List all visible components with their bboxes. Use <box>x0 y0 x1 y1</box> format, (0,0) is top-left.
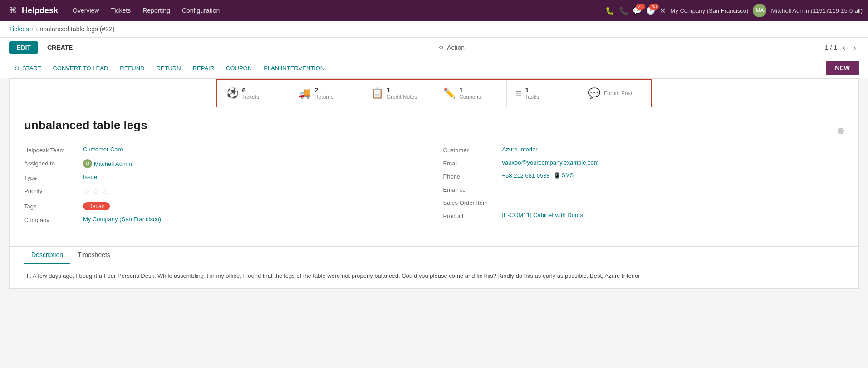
forum-post-info: Forum Post <box>604 90 632 97</box>
status-indicator[interactable] <box>838 128 844 134</box>
prev-page-button[interactable]: ‹ <box>840 42 848 53</box>
type-value[interactable]: Issue <box>83 174 97 180</box>
form-card: ⚽ 6 Tickets 🚚 2 Returns 📋 <box>9 78 859 289</box>
plan-intervention-button[interactable]: PLAN INTERVENTION <box>258 63 330 74</box>
assigned-avatar: M <box>83 159 92 168</box>
coupon-button[interactable]: COUPON <box>221 63 257 74</box>
company-label[interactable]: My Company (San Francisco) <box>670 7 748 14</box>
convert-to-lead-button[interactable]: CONVERT TO LEAD <box>47 63 113 74</box>
star-1[interactable]: ☆ <box>83 187 90 197</box>
top-nav: ⌘ Helpdesk Overview Tickets Reporting Co… <box>0 0 868 21</box>
top-nav-menu: Overview Tickets Reporting Configuration <box>67 4 603 17</box>
tags-label: Tags <box>24 202 83 210</box>
top-nav-right: 🐛 📞 💬 27 🕐 43 ✕ My Company (San Francisc… <box>605 4 863 17</box>
product-value[interactable]: [E-COM11] Cabinet with Doors <box>502 212 583 218</box>
returns-icon: 🚚 <box>299 87 311 99</box>
description-content: Hi, A few days ago, I bought a Four Pers… <box>10 264 858 288</box>
customer-value[interactable]: Azure Interior <box>502 146 538 153</box>
gear-icon: ⚙ <box>438 44 444 51</box>
stat-forum-post[interactable]: 💬 Forum Post <box>579 80 651 107</box>
company-row: Company My Company (San Francisco) <box>24 213 425 226</box>
pagination: 1 / 1 ‹ › <box>825 42 859 53</box>
edit-button[interactable]: EDIT <box>9 41 38 54</box>
title-row: unbalanced table legs <box>24 118 844 143</box>
star-3[interactable]: ☆ <box>101 187 108 197</box>
priority-label: Priority <box>24 187 83 194</box>
form-tabs: Description Timesheets <box>10 246 858 264</box>
sales-order-row: Sales Order Item <box>443 196 844 209</box>
clock-badge: 43 <box>649 4 659 10</box>
product-row: Product [E-COM11] Cabinet with Doors <box>443 209 844 222</box>
fields-right: Customer Azure Interior Email vauxoo@you… <box>443 143 844 226</box>
stat-coupons[interactable]: ✏️ 1 Coupons <box>434 80 507 107</box>
coupons-icon: ✏️ <box>443 87 456 99</box>
clock-icon[interactable]: 🕐 43 <box>646 6 655 15</box>
tickets-icon: ⚽ <box>226 87 239 99</box>
action-bar: ⊙ START CONVERT TO LEAD REFUND RETURN RE… <box>0 58 868 78</box>
assigned-to-value: M Mitchell Admin <box>83 159 132 168</box>
helpdesk-team-value[interactable]: Customer Care <box>83 146 123 153</box>
breadcrumb-separator: / <box>32 25 34 33</box>
action-label: Action <box>447 44 465 51</box>
tasks-icon: ≡ <box>516 87 522 99</box>
new-button[interactable]: NEW <box>826 61 859 75</box>
breadcrumb: Tickets / unbalanced table legs (#22) <box>0 21 868 38</box>
tab-description[interactable]: Description <box>24 247 70 264</box>
close-icon[interactable]: ✕ <box>660 6 666 15</box>
pagination-count: 1 / 1 <box>825 44 837 51</box>
main-content: ⚽ 6 Tickets 🚚 2 Returns 📋 <box>0 78 868 298</box>
stat-credit-notes[interactable]: 📋 1 Credit Notes <box>362 80 435 107</box>
assigned-to-row: Assigned to M Mitchell Admin <box>24 156 425 171</box>
return-button[interactable]: RETURN <box>151 63 186 74</box>
app-brand[interactable]: Helpdesk <box>22 6 58 15</box>
tag-repair[interactable]: Repair <box>83 202 110 210</box>
grid-icon[interactable]: ⌘ <box>5 3 20 18</box>
record-title: unbalanced table legs <box>24 118 147 132</box>
nav-reporting[interactable]: Reporting <box>137 4 176 17</box>
user-avatar[interactable]: MA <box>753 4 766 17</box>
tasks-info: 1 Tasks <box>525 86 539 100</box>
company-value[interactable]: My Company (San Francisco) <box>83 216 161 223</box>
priority-stars[interactable]: ☆ ☆ ☆ <box>83 187 108 197</box>
next-page-button[interactable]: › <box>851 42 859 53</box>
nav-configuration[interactable]: Configuration <box>177 4 225 17</box>
refund-button[interactable]: REFUND <box>114 63 150 74</box>
toolbar: EDIT CREATE ⚙ Action 1 / 1 ‹ › <box>0 38 868 58</box>
stat-tasks[interactable]: ≡ 1 Tasks <box>507 80 579 107</box>
coupons-info: 1 Coupons <box>459 86 481 100</box>
forum-post-icon: 💬 <box>588 87 600 99</box>
create-button[interactable]: CREATE <box>42 41 78 54</box>
assigned-name[interactable]: Mitchell Admin <box>94 160 132 167</box>
bug-icon[interactable]: 🐛 <box>605 6 614 15</box>
customer-row: Customer Azure Interior <box>443 143 844 156</box>
user-name: Mitchell Admin (11917119-15-0-all) <box>771 7 863 14</box>
nav-overview[interactable]: Overview <box>67 4 104 17</box>
phone-row: Phone +58 212 681 0538 📱 SMS <box>443 169 844 183</box>
star-2[interactable]: ☆ <box>92 187 99 197</box>
repair-button[interactable]: REPAIR <box>187 63 220 74</box>
priority-row: Priority ☆ ☆ ☆ <box>24 184 425 199</box>
credit-notes-info: 1 Credit Notes <box>387 86 417 100</box>
email-row: Email vauxoo@yourcompany.example.com <box>443 156 844 169</box>
stat-tickets[interactable]: ⚽ 6 Tickets <box>217 80 290 107</box>
tab-timesheets[interactable]: Timesheets <box>70 247 118 264</box>
sms-button[interactable]: 📱 SMS <box>554 172 574 179</box>
form-body: unbalanced table legs Helpdesk Team Cust… <box>10 107 858 237</box>
stat-returns[interactable]: 🚚 2 Returns <box>289 80 362 107</box>
fields-left: Helpdesk Team Customer Care Assigned to … <box>24 143 425 226</box>
type-row: Type Issue <box>24 171 425 184</box>
phone-value[interactable]: +58 212 681 0538 <box>502 172 550 179</box>
chat-icon[interactable]: 💬 27 <box>633 6 642 15</box>
breadcrumb-parent[interactable]: Tickets <box>9 25 29 33</box>
company-label-field: Company <box>24 216 83 223</box>
product-label: Product <box>443 212 502 219</box>
email-label: Email <box>443 159 502 167</box>
email-cc-label: Email cc <box>443 185 502 193</box>
start-button[interactable]: ⊙ START <box>9 63 46 74</box>
nav-tickets[interactable]: Tickets <box>105 4 136 17</box>
action-menu[interactable]: ⚙ Action <box>438 44 465 51</box>
phone-icon[interactable]: 📞 <box>619 6 628 15</box>
email-value[interactable]: vauxoo@yourcompany.example.com <box>502 159 599 166</box>
tags-row: Tags Repair <box>24 199 425 213</box>
start-icon: ⊙ <box>15 65 20 72</box>
